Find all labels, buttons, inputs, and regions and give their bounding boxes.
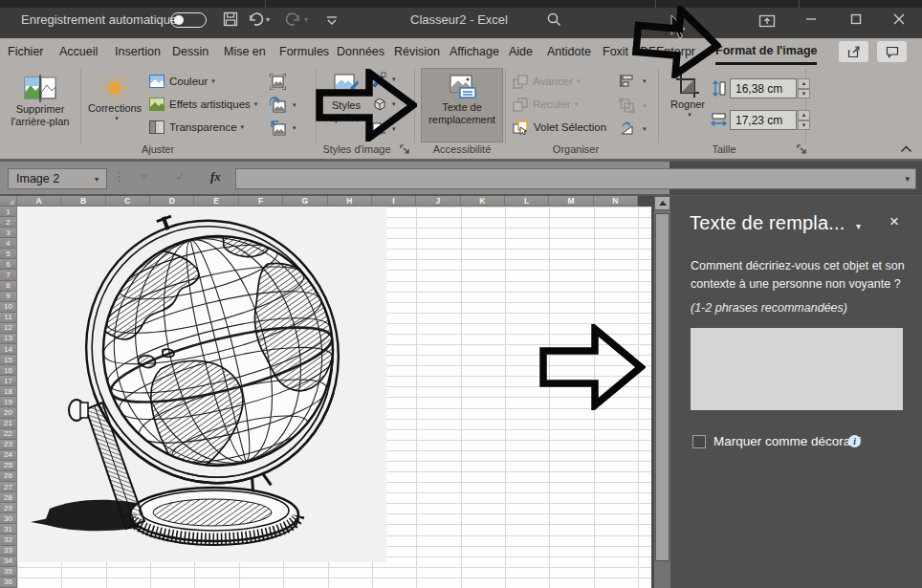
pane-close-icon[interactable]: × bbox=[889, 212, 899, 231]
column-header-I[interactable]: I bbox=[372, 196, 416, 207]
step-down-icon[interactable]: ▼ bbox=[798, 120, 810, 131]
tab-affichage[interactable]: Affichage bbox=[450, 38, 499, 65]
select-all-corner[interactable] bbox=[0, 196, 17, 207]
row-header-9[interactable]: 9 bbox=[0, 292, 17, 302]
reset-picture-dropdown-icon[interactable]: ▾ bbox=[293, 124, 296, 132]
transparency-button[interactable]: Transparence▾ bbox=[149, 117, 244, 138]
name-box-dropdown-icon[interactable]: ▾ bbox=[95, 175, 99, 184]
row-header-17[interactable]: 17 bbox=[0, 376, 17, 386]
close-button[interactable] bbox=[880, 0, 918, 38]
column-header-L[interactable]: L bbox=[505, 196, 549, 207]
row-header-26[interactable]: 26 bbox=[0, 471, 17, 482]
row-header-14[interactable]: 14 bbox=[0, 344, 17, 355]
column-header-G[interactable]: G bbox=[283, 196, 327, 207]
width-input[interactable]: 17,23 cm bbox=[730, 110, 797, 130]
row-header-23[interactable]: 23 bbox=[0, 440, 17, 450]
row-header-15[interactable]: 15 bbox=[0, 355, 17, 365]
info-icon[interactable]: i bbox=[848, 435, 861, 447]
crop-button[interactable]: Rogner ▾ bbox=[666, 67, 710, 143]
column-header-D[interactable]: D bbox=[150, 196, 194, 207]
height-stepper[interactable]: ▲▼ bbox=[798, 78, 810, 98]
tab-enterpr[interactable]: Enterpr bbox=[656, 38, 695, 65]
group-dropdown-icon[interactable]: ▾ bbox=[643, 102, 647, 110]
ribbon-display-icon[interactable] bbox=[758, 12, 776, 30]
row-header-36[interactable]: 36 bbox=[0, 577, 17, 588]
confirm-entry-icon[interactable]: ✓ bbox=[175, 169, 186, 184]
column-header-K[interactable]: K bbox=[461, 196, 505, 207]
undo-icon[interactable] bbox=[247, 11, 264, 28]
row-header-29[interactable]: 29 bbox=[0, 503, 17, 513]
row-header-22[interactable]: 22 bbox=[0, 429, 17, 440]
share-button[interactable] bbox=[839, 41, 868, 62]
column-header-H[interactable]: H bbox=[328, 196, 372, 207]
tab-fichier[interactable]: Fichier bbox=[8, 38, 44, 65]
row-header-7[interactable]: 7 bbox=[0, 270, 17, 280]
rotate-objects-icon[interactable] bbox=[619, 120, 635, 137]
maximize-button[interactable] bbox=[837, 0, 875, 38]
selected-picture-globe[interactable] bbox=[17, 207, 386, 562]
row-header-12[interactable]: 12 bbox=[0, 323, 17, 334]
row-header-27[interactable]: 27 bbox=[0, 482, 17, 492]
row-header-30[interactable]: 30 bbox=[0, 513, 17, 524]
vertical-scrollbar[interactable] bbox=[654, 196, 670, 588]
color-button[interactable]: Couleur▾ bbox=[149, 71, 215, 92]
save-icon[interactable] bbox=[222, 11, 239, 28]
tab-formules[interactable]: Formules bbox=[279, 38, 329, 65]
column-header-F[interactable]: F bbox=[239, 196, 283, 207]
autosave-toggle[interactable] bbox=[170, 12, 207, 28]
row-header-33[interactable]: 33 bbox=[0, 546, 17, 556]
height-input[interactable]: 16,38 cm bbox=[730, 78, 797, 98]
column-header-M[interactable]: M bbox=[549, 196, 593, 207]
row-header-21[interactable]: 21 bbox=[0, 419, 17, 429]
column-header-C[interactable]: C bbox=[106, 196, 150, 207]
picture-layout-icon[interactable] bbox=[371, 120, 387, 137]
row-header-28[interactable]: 28 bbox=[0, 492, 17, 503]
row-header-1[interactable]: 1 bbox=[0, 207, 17, 217]
row-header-3[interactable]: 3 bbox=[0, 228, 17, 238]
undo-dropdown-icon[interactable]: ▾ bbox=[266, 15, 270, 24]
align-dropdown-icon[interactable]: ▾ bbox=[643, 77, 647, 85]
group-objects-icon[interactable] bbox=[619, 98, 635, 114]
customize-toolbar-icon[interactable] bbox=[323, 11, 340, 28]
send-backward-button[interactable]: Reculer▾ bbox=[513, 94, 578, 115]
tab-aide[interactable]: Aide bbox=[509, 38, 533, 65]
quick-styles-button[interactable]: Styles rapides▾ bbox=[321, 67, 371, 143]
row-header-10[interactable]: 10 bbox=[0, 302, 17, 313]
picture-effects-icon[interactable] bbox=[371, 96, 387, 112]
compress-picture-icon[interactable] bbox=[270, 74, 286, 90]
row-header-2[interactable]: 2 bbox=[0, 217, 17, 228]
row-header-20[interactable]: 20 bbox=[0, 407, 17, 418]
formula-input[interactable]: ▾ bbox=[235, 168, 916, 189]
expand-formula-bar-icon[interactable]: ▾ bbox=[905, 174, 910, 184]
minimize-button[interactable] bbox=[792, 0, 830, 38]
column-header-B[interactable]: B bbox=[61, 196, 105, 207]
column-header-J[interactable]: J bbox=[416, 196, 460, 207]
alt-text-input[interactable] bbox=[691, 328, 903, 410]
step-up-icon[interactable]: ▲ bbox=[798, 110, 810, 120]
decorative-checkbox[interactable] bbox=[692, 435, 706, 448]
tab-dessin[interactable]: Dessin bbox=[172, 38, 209, 65]
column-header-E[interactable]: E bbox=[194, 196, 238, 207]
redo-icon[interactable] bbox=[285, 11, 302, 28]
artistic-effects-button[interactable]: Effets artistiques▾ bbox=[149, 94, 257, 115]
collapse-ribbon-icon[interactable] bbox=[900, 145, 912, 153]
step-up-icon[interactable]: ▲ bbox=[798, 78, 810, 89]
cancel-entry-icon[interactable]: × bbox=[141, 169, 148, 184]
row-header-13[interactable]: 13 bbox=[0, 334, 17, 344]
width-stepper[interactable]: ▲▼ bbox=[798, 110, 810, 130]
tab-format-de-l-image[interactable]: Format de l'image bbox=[715, 38, 817, 65]
row-header-5[interactable]: 5 bbox=[0, 249, 17, 259]
row-header-34[interactable]: 34 bbox=[0, 556, 17, 567]
pane-dropdown-icon[interactable]: ▾ bbox=[856, 221, 861, 231]
row-header-31[interactable]: 31 bbox=[0, 524, 17, 534]
row-header-4[interactable]: 4 bbox=[0, 238, 17, 249]
reset-picture-icon[interactable] bbox=[270, 120, 286, 136]
row-header-11[interactable]: 11 bbox=[0, 313, 17, 323]
tab-r-vision[interactable]: Révision bbox=[394, 38, 440, 65]
picture-border-icon[interactable] bbox=[371, 71, 387, 87]
row-header-18[interactable]: 18 bbox=[0, 386, 17, 397]
corrections-button[interactable]: Corrections ▾ bbox=[84, 67, 145, 143]
bring-forward-button[interactable]: Avancer▾ bbox=[513, 71, 581, 92]
search-icon[interactable] bbox=[545, 11, 562, 28]
picture-effects-dropdown-icon[interactable]: ▾ bbox=[392, 100, 396, 108]
